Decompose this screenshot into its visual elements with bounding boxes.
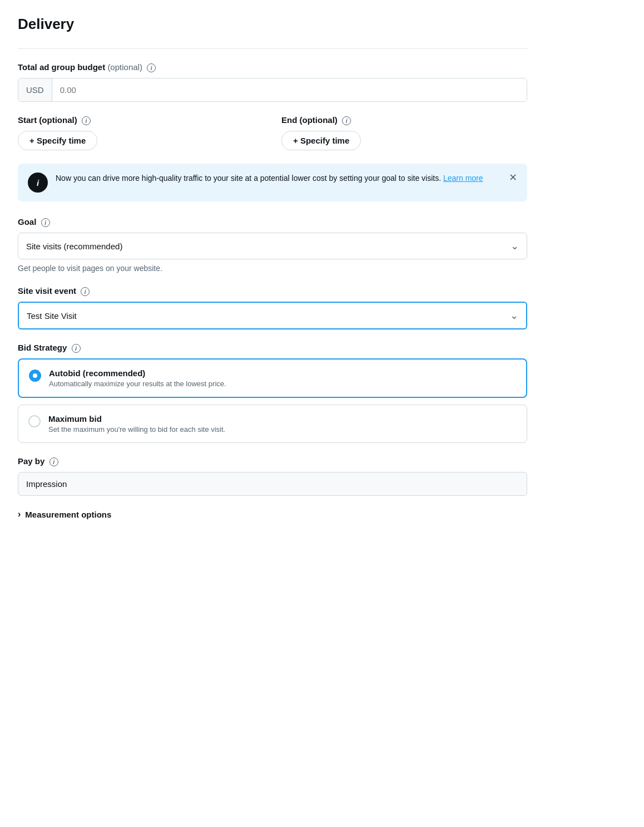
budget-section: Total ad group budget (optional) i USD: [18, 62, 527, 102]
start-label: Start (optional) i: [18, 115, 264, 125]
autobid-radio: [29, 370, 41, 382]
pay-by-value: Impression: [18, 472, 527, 496]
site-visit-chevron-icon: ⌄: [510, 309, 518, 322]
info-banner: i Now you can drive more high-quality tr…: [18, 164, 527, 201]
divider: [18, 48, 527, 49]
end-info-icon[interactable]: i: [342, 116, 351, 125]
bid-strategy-label: Bid Strategy i: [18, 343, 527, 353]
measurement-options-row[interactable]: › Measurement options: [18, 509, 527, 519]
goal-value: Site visits (recommended): [26, 242, 122, 251]
end-specify-time-button[interactable]: + Specify time: [281, 131, 361, 150]
budget-label: Total ad group budget (optional) i: [18, 62, 527, 72]
end-label: End (optional) i: [281, 115, 527, 125]
budget-input-row: USD: [18, 78, 527, 102]
max-bid-desc: Set the maximum you're willing to bid fo…: [48, 425, 517, 434]
banner-learn-more-link[interactable]: Learn more: [443, 174, 483, 183]
goal-dropdown[interactable]: Site visits (recommended) ⌄: [18, 233, 527, 259]
measurement-label: Measurement options: [25, 510, 111, 519]
end-col: End (optional) i + Specify time: [281, 115, 527, 150]
banner-info-icon: i: [28, 173, 48, 193]
max-bid-title: Maximum bid: [48, 414, 517, 424]
autobid-option[interactable]: Autobid (recommended) Automatically maxi…: [18, 358, 527, 398]
bid-strategy-section: Bid Strategy i Autobid (recommended) Aut…: [18, 343, 527, 443]
autobid-title: Autobid (recommended): [49, 368, 516, 378]
measurement-chevron-icon: ›: [18, 509, 21, 519]
site-visit-info-icon[interactable]: i: [81, 287, 90, 296]
banner-close-button[interactable]: ✕: [509, 173, 517, 183]
site-visit-label: Site visit event i: [18, 286, 527, 296]
bid-strategy-info-icon[interactable]: i: [72, 344, 81, 353]
budget-info-icon[interactable]: i: [147, 63, 156, 72]
pay-by-section: Pay by i Impression: [18, 456, 527, 496]
goal-chevron-icon: ⌄: [511, 240, 519, 252]
pay-by-label: Pay by i: [18, 456, 527, 466]
budget-input[interactable]: [52, 78, 527, 101]
site-visit-value: Test Site Visit: [27, 311, 77, 321]
goal-section: Goal i Site visits (recommended) ⌄ Get p…: [18, 217, 527, 273]
banner-text: Now you can drive more high-quality traf…: [56, 173, 501, 184]
start-info-icon[interactable]: i: [82, 116, 91, 125]
currency-label: USD: [18, 78, 52, 101]
start-specify-time-button[interactable]: + Specify time: [18, 131, 97, 150]
goal-info-icon[interactable]: i: [41, 218, 50, 227]
start-col: Start (optional) i + Specify time: [18, 115, 264, 150]
autobid-desc: Automatically maximize your results at t…: [49, 380, 516, 388]
max-bid-radio: [28, 415, 41, 427]
max-bid-option[interactable]: Maximum bid Set the maximum you're willi…: [18, 405, 527, 443]
site-visit-dropdown[interactable]: Test Site Visit ⌄: [18, 302, 527, 329]
start-end-row: Start (optional) i + Specify time End (o…: [18, 115, 527, 150]
autobid-text: Autobid (recommended) Automatically maxi…: [49, 368, 516, 388]
goal-label: Goal i: [18, 217, 527, 227]
pay-by-info-icon[interactable]: i: [49, 457, 58, 466]
goal-helper-text: Get people to visit pages on your websit…: [18, 264, 527, 273]
max-bid-text: Maximum bid Set the maximum you're willi…: [48, 414, 517, 434]
page-title: Delivery: [18, 16, 527, 33]
site-visit-section: Site visit event i Test Site Visit ⌄: [18, 286, 527, 329]
